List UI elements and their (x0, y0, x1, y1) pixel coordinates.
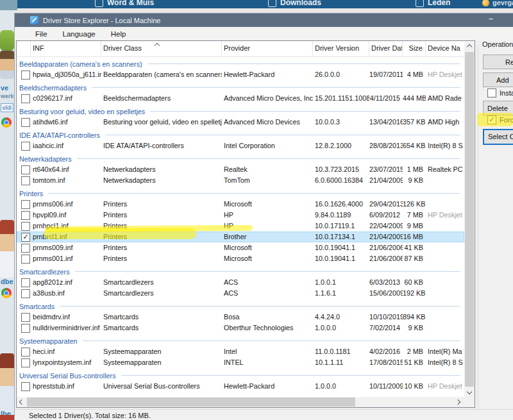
operations-label: Operations (480, 40, 513, 48)
driver-row[interactable]: prnms009.infPrintersMicrosoft10.0.19041.… (17, 242, 464, 253)
row-checkbox[interactable] (21, 165, 30, 174)
driver-row[interactable]: rt640x64.infNetwerkadaptersRealtek10.3.7… (17, 164, 464, 175)
cell-size: 4 MB (403, 69, 426, 80)
cell-class: Netwerkadapters (101, 175, 222, 186)
driver-row[interactable]: hpwia_dj3050a_j611.infBeeldapparaten (ca… (17, 69, 464, 80)
cell-ver: 9.84.0.1189 (313, 210, 369, 221)
list-group-header[interactable]: Printers (17, 186, 464, 199)
row-checkbox[interactable] (21, 176, 30, 185)
nav-user-account[interactable]: gevrgay (482, 0, 513, 6)
cell-class: Smartcardlezers (101, 288, 222, 299)
install-checkbox-box[interactable] (487, 88, 496, 97)
row-checkbox[interactable] (21, 94, 30, 103)
cell-ver: 1.0.0.1 (313, 277, 369, 288)
row-checkbox[interactable] (21, 358, 30, 367)
cell-date: 21/06/2006 (369, 242, 403, 253)
horizontal-scrollbar[interactable] (17, 397, 464, 407)
driver-row[interactable]: nulldriverminidriver.infSmartcardsOberth… (17, 323, 464, 333)
row-checkbox[interactable] (21, 118, 30, 127)
row-checkbox[interactable] (21, 211, 30, 220)
list-group-header[interactable]: Smartcards (17, 299, 464, 312)
vertical-scrollbar[interactable] (464, 42, 475, 397)
scroll-up-icon[interactable] (467, 45, 471, 49)
driver-row[interactable]: prnhpcl1.infPrintersHP10.0.17119.122/04/… (17, 221, 464, 231)
background-cartoon-character (0, 51, 14, 79)
header-provider[interactable]: Provider (222, 41, 313, 56)
driver-row[interactable]: a38usb.infSmartcardlezersACS1.1.6.115/06… (17, 288, 464, 299)
members-icon (416, 0, 424, 7)
driver-row[interactable]: prnms006.infPrintersMicrosoft16.0.1626.4… (17, 199, 464, 210)
cell-date: 10/10/2019 (369, 312, 403, 323)
driver-row[interactable]: atihdwt6.infBesturing voor geluid, video… (17, 117, 464, 128)
row-checkbox[interactable] (21, 222, 30, 231)
vertical-scrollbar-thumb[interactable] (465, 52, 474, 387)
row-checkbox[interactable] (21, 278, 30, 287)
list-group-header[interactable]: Universal Serial Bus-controllers (17, 368, 464, 381)
menu-language[interactable]: Language (63, 30, 96, 38)
header-size[interactable]: Size (403, 41, 426, 56)
nav-item-downloads[interactable]: Downloads (268, 0, 321, 7)
nav-item-leden[interactable]: Leden (416, 0, 450, 7)
row-checkbox[interactable] (21, 313, 30, 322)
list-group-header[interactable]: Besturing voor geluid, video en spelletj… (17, 104, 464, 117)
row-checkbox[interactable] (21, 289, 30, 298)
header-inf[interactable]: INF (31, 41, 101, 56)
row-checkbox[interactable] (21, 244, 30, 253)
driver-row[interactable]: prnbrcl1.infPrintersBrother10.0.17134.12… (17, 231, 464, 242)
driver-row[interactable]: hpreststub.infUniversal Serial Bus-contr… (17, 381, 464, 392)
header-driver-version[interactable]: Driver Version (313, 41, 369, 56)
select-old-drivers-button[interactable]: Select O (483, 129, 513, 145)
cell-size: 51 KB (403, 357, 426, 368)
driver-row[interactable]: heci.infSysteemapparatenIntel11.0.0.1181… (17, 346, 464, 357)
header-device-name[interactable]: Device Na (426, 41, 464, 56)
driver-row[interactable]: lynxpointsystem.infSysteemapparatenINTEL… (17, 357, 464, 368)
cell-date: 21/04/2009 (369, 231, 403, 242)
list-group-header[interactable]: IDE ATA/ATAPI-controllers (17, 128, 464, 140)
nav-item-word-muis[interactable]: Word & Muis (95, 0, 154, 7)
list-group-header[interactable]: Smartcardlezers (17, 264, 464, 277)
list-group-header[interactable]: Beeldapparaten (camera's en scanners) (17, 56, 464, 69)
group-label: Universal Serial Bus-controllers (19, 372, 116, 380)
driver-row[interactable]: c0296217.infBeeldschermadaptersAdvanced … (17, 93, 464, 104)
scroll-left-icon[interactable] (20, 400, 24, 404)
download-icon (268, 0, 276, 7)
row-checkbox[interactable] (21, 382, 30, 391)
scroll-right-icon[interactable] (456, 400, 460, 404)
driver-row[interactable]: apg8201z.infSmartcardlezersACS1.0.0.16/0… (17, 277, 464, 288)
delete-driver-button[interactable]: Delete (483, 101, 513, 115)
minimize-button[interactable]: – (489, 14, 493, 23)
add-driver-button[interactable]: Add (483, 72, 513, 87)
row-checkbox-cell (17, 382, 31, 391)
force-checkbox[interactable]: Force (483, 115, 513, 124)
list-group-header[interactable]: Systeemapparaten (17, 333, 464, 346)
cell-size: 9 MB (403, 221, 426, 231)
header-checkbox-column[interactable] (17, 41, 31, 56)
row-checkbox[interactable] (21, 324, 30, 333)
title-bar[interactable]: Driver Store Explorer - Local Machine – (15, 13, 513, 27)
driver-row[interactable]: prnms001.infPrintersMicrosoft10.0.19041.… (17, 253, 464, 264)
menu-file[interactable]: File (35, 30, 47, 38)
list-group-header[interactable]: Netwerkadapters (17, 151, 464, 164)
row-checkbox[interactable] (21, 200, 30, 209)
cell-class: Systeemapparaten (101, 346, 222, 357)
list-group-header[interactable]: Beeldschermadapters (17, 80, 464, 93)
install-checkbox[interactable]: Install (483, 88, 513, 97)
row-checkbox[interactable] (21, 255, 30, 264)
driver-row[interactable]: hpvpl09.infPrintersHP9.84.0.11896/09/201… (17, 210, 464, 221)
row-checkbox[interactable] (21, 348, 30, 357)
scroll-down-icon[interactable] (467, 390, 471, 394)
refresh-button[interactable]: Re (483, 55, 513, 69)
menu-help[interactable]: Help (111, 30, 126, 38)
row-checkbox[interactable] (21, 71, 30, 80)
driver-row[interactable]: iaahcic.infIDE ATA/ATAPI-controllersInte… (17, 140, 464, 151)
driver-row[interactable]: tomtom.infNetwerkadaptersTomTom6.0.6000.… (17, 175, 464, 186)
cell-ver: 15.201.1151.1008 (313, 93, 369, 104)
header-driver-class[interactable]: Driver Class (101, 41, 222, 56)
driver-row[interactable]: beidmdrv.infSmartcardsBosa4.4.24.010/10/… (17, 312, 464, 323)
row-checkbox[interactable] (21, 142, 30, 151)
header-driver-date[interactable]: Driver Date (369, 41, 403, 56)
horizontal-scrollbar-thumb[interactable] (27, 398, 355, 407)
row-checkbox[interactable] (21, 233, 30, 242)
force-checkbox-box[interactable] (487, 115, 496, 124)
group-label: Besturing voor geluid, video en spelletj… (19, 108, 145, 115)
